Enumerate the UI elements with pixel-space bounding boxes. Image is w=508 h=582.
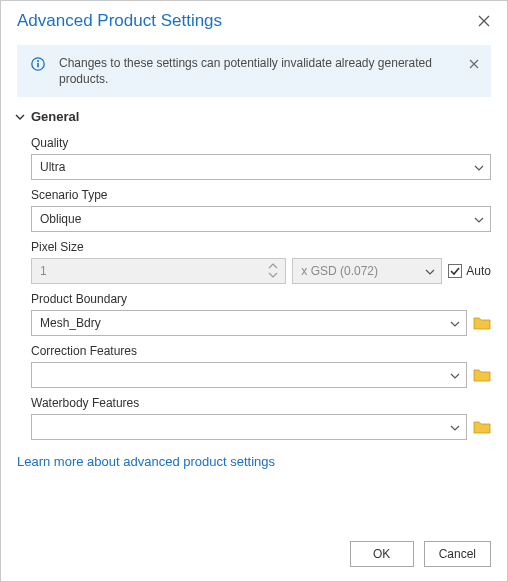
quality-select[interactable]: Ultra bbox=[31, 154, 491, 180]
section-title: General bbox=[31, 109, 79, 124]
close-icon bbox=[478, 15, 490, 27]
close-icon bbox=[469, 59, 479, 69]
scenario-type-select[interactable]: Oblique bbox=[31, 206, 491, 232]
label-correction-features: Correction Features bbox=[31, 344, 491, 358]
notice-banner: Changes to these settings can potentiall… bbox=[17, 45, 491, 97]
chevron-down-icon bbox=[450, 370, 460, 380]
auto-checkbox[interactable]: Auto bbox=[448, 264, 491, 278]
cancel-label: Cancel bbox=[439, 547, 476, 561]
pixel-size-unit-value: x GSD (0.072) bbox=[301, 264, 378, 278]
folder-icon bbox=[473, 315, 491, 331]
chevron-down-icon bbox=[474, 162, 484, 172]
chevron-down-icon bbox=[15, 112, 25, 122]
chevron-down-icon bbox=[425, 266, 435, 276]
label-quality: Quality bbox=[31, 136, 491, 150]
pixel-size-unit-select: x GSD (0.072) bbox=[292, 258, 442, 284]
section-body-general: Quality Ultra Scenario Type Oblique Pixe… bbox=[1, 126, 507, 440]
chevron-down-icon bbox=[450, 422, 460, 432]
folder-icon bbox=[473, 367, 491, 383]
dialog-title: Advanced Product Settings bbox=[17, 11, 222, 31]
label-pixel-size: Pixel Size bbox=[31, 240, 491, 254]
waterbody-features-select[interactable] bbox=[31, 414, 467, 440]
section-header-general[interactable]: General bbox=[1, 105, 507, 126]
titlebar: Advanced Product Settings bbox=[1, 1, 507, 35]
folder-icon bbox=[473, 419, 491, 435]
dialog-footer: OK Cancel bbox=[350, 541, 491, 567]
info-icon bbox=[31, 57, 45, 71]
svg-point-1 bbox=[37, 60, 39, 62]
browse-waterbody-features-button[interactable] bbox=[473, 419, 491, 435]
label-product-boundary: Product Boundary bbox=[31, 292, 491, 306]
browse-product-boundary-button[interactable] bbox=[473, 315, 491, 331]
spin-buttons bbox=[267, 262, 281, 279]
svg-rect-2 bbox=[37, 63, 39, 68]
learn-more-text: Learn more about advanced product settin… bbox=[17, 454, 275, 469]
pixel-size-spinner: 1 bbox=[31, 258, 286, 284]
check-icon bbox=[449, 265, 461, 277]
pixel-size-value: 1 bbox=[40, 264, 47, 278]
label-waterbody-features: Waterbody Features bbox=[31, 396, 491, 410]
ok-label: OK bbox=[373, 547, 390, 561]
ok-button[interactable]: OK bbox=[350, 541, 414, 567]
correction-features-select[interactable] bbox=[31, 362, 467, 388]
close-button[interactable] bbox=[475, 12, 493, 30]
scenario-type-value: Oblique bbox=[40, 212, 81, 226]
notice-text: Changes to these settings can potentiall… bbox=[59, 56, 432, 86]
label-scenario-type: Scenario Type bbox=[31, 188, 491, 202]
cancel-button[interactable]: Cancel bbox=[424, 541, 491, 567]
chevron-down-icon bbox=[450, 318, 460, 328]
learn-more-link[interactable]: Learn more about advanced product settin… bbox=[1, 440, 507, 469]
chevron-down-icon bbox=[267, 271, 279, 279]
chevron-up-icon bbox=[267, 262, 279, 270]
checkbox-box bbox=[448, 264, 462, 278]
auto-label: Auto bbox=[466, 264, 491, 278]
product-boundary-value: Mesh_Bdry bbox=[40, 316, 101, 330]
notice-dismiss-button[interactable] bbox=[467, 57, 481, 71]
product-boundary-select[interactable]: Mesh_Bdry bbox=[31, 310, 467, 336]
chevron-down-icon bbox=[474, 214, 484, 224]
browse-correction-features-button[interactable] bbox=[473, 367, 491, 383]
quality-value: Ultra bbox=[40, 160, 65, 174]
